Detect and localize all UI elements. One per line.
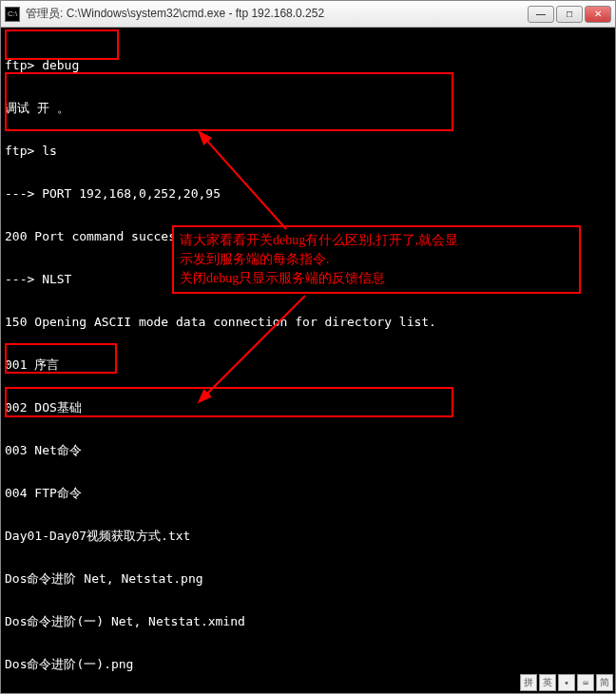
window-icon: C:\ (5, 7, 20, 22)
window-buttons: — □ ✕ (528, 6, 611, 23)
output-line: ---> PORT 192,168,0,252,20,95 (5, 186, 611, 201)
minimize-button[interactable]: — (528, 6, 554, 23)
ime-status-bar: 拼 英 • ⌨ 简 (518, 672, 615, 693)
output-line: 150 Opening ASCII mode data connection f… (5, 315, 611, 329)
maximize-button[interactable]: □ (556, 6, 583, 23)
annotation-line: 示发到服务端的每条指令. (180, 250, 573, 269)
annotation-line: 关闭debug只显示服务端的反馈信息 (180, 269, 573, 288)
output-line: Dos命令进阶(一).png (5, 657, 611, 671)
prompt-line: ftp> debug (5, 58, 611, 72)
ime-icon[interactable]: 拼 (520, 674, 537, 691)
output-line: Day01-Day07视频获取方式.txt (5, 529, 611, 543)
prompt-line: ftp> ls (5, 144, 611, 158)
ime-icon[interactable]: • (558, 674, 575, 691)
output-line: 调试 开 。 (5, 101, 611, 115)
title-text: C:\Windows\system32\cmd.exe - ftp 192.16… (67, 7, 324, 20)
ime-icon[interactable]: 英 (539, 674, 556, 691)
annotation-box: 请大家看看开关debug有什么区别,打开了,就会显 示发到服务端的每条指令. 关… (172, 225, 581, 294)
output-line: 001 序言 (5, 357, 611, 372)
output-line: 004 FTP命令 (5, 486, 611, 500)
close-button[interactable]: ✕ (585, 6, 611, 23)
output-line: 002 DOS基础 (5, 400, 611, 414)
output-line: 003 Net命令 (5, 443, 611, 457)
annotation-line: 请大家看看开关debug有什么区别,打开了,就会显 (180, 231, 573, 250)
titlebar[interactable]: C:\ 管理员: C:\Windows\system32\cmd.exe - f… (1, 1, 615, 28)
cmd-window: C:\ 管理员: C:\Windows\system32\cmd.exe - f… (0, 0, 616, 694)
ime-icon[interactable]: 简 (596, 674, 613, 691)
window-title: 管理员: C:\Windows\system32\cmd.exe - ftp 1… (26, 6, 528, 22)
ime-icon[interactable]: ⌨ (577, 674, 594, 691)
terminal-output[interactable]: ftp> debug 调试 开 。 ftp> ls ---> PORT 192,… (1, 28, 615, 694)
title-prefix: 管理员: (26, 7, 67, 20)
output-line: Dos命令进阶 Net, Netstat.png (5, 571, 611, 586)
output-line: Dos命令进阶(一) Net, Netstat.xmind (5, 614, 611, 628)
icon-text: C:\ (8, 10, 17, 18)
